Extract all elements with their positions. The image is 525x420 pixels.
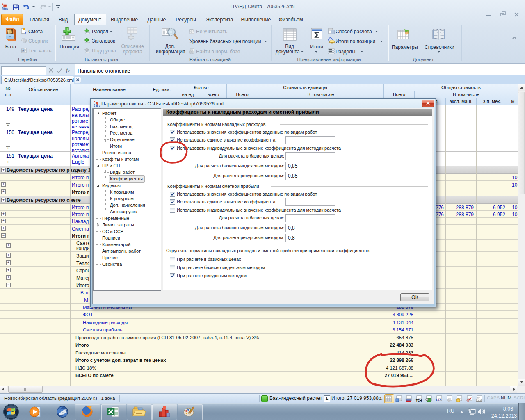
svg-text:A: A (22, 49, 24, 52)
svg-text:ТСН: ТСН (416, 399, 422, 402)
svg-text:НР: НР (436, 398, 441, 402)
